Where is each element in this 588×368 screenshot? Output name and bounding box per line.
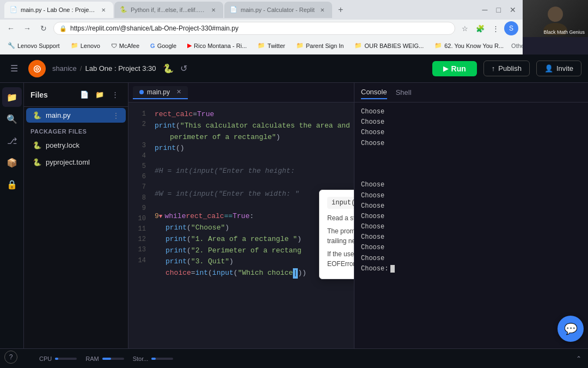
code-line-6 [155, 177, 354, 189]
console-tab-console[interactable]: Console [361, 86, 387, 99]
history-icon[interactable]: ↺ [180, 63, 187, 74]
console-line [361, 149, 581, 159]
bookmark-label: Lenovo Support [17, 43, 60, 49]
new-folder-button[interactable]: 📁 [93, 88, 106, 101]
browser-tab-0[interactable]: 📄 main.py - Lab One : Project 3:30 ✕ [4, 2, 113, 18]
editor-content[interactable]: 1 2 3 4 5 6 7 8 9 10 11 12 13 14 [128, 102, 354, 368]
file-item-pyproject-toml[interactable]: 🐍 pyproject.toml [26, 155, 126, 170]
tooltip-body: Read a string from standard input. The t… [327, 213, 354, 269]
bookmark-icon: 📁 [71, 42, 78, 49]
console-tab-shell[interactable]: Shell [396, 86, 412, 99]
bookmark-icon: G [150, 43, 155, 49]
bookmark-mcafee[interactable]: 🛡 McAfee [108, 41, 143, 50]
browser-chrome: 📄 main.py - Lab One : Project 3:30 ✕ 🐍 P… [0, 0, 523, 37]
window-controls: ─ □ ✕ [476, 0, 523, 20]
more-bookmarks-button[interactable]: Other favor [511, 43, 523, 49]
console-line: Choose [361, 138, 581, 149]
play-icon: ▶ [443, 65, 448, 73]
breadcrumb-separator: / [80, 64, 82, 73]
console-line: Choose [361, 191, 581, 201]
console-line: Choose [361, 180, 581, 190]
browser-tab-1[interactable]: 🐍 Python if, if...else, if...elif...else… [114, 2, 223, 18]
ram-indicator: RAM [85, 355, 124, 362]
minimize-button[interactable]: ─ [482, 5, 488, 14]
tooltip-desc2: The prompt string, if given, is printed … [327, 226, 354, 246]
svg-point-0 [548, 7, 563, 22]
publish-icon: ↑ [492, 64, 495, 73]
new-file-button[interactable]: 📄 [78, 88, 91, 101]
tab-favicon-1: 🐍 [120, 6, 127, 14]
tab-title-2: main.py - Calculator - Replit [241, 7, 315, 13]
console-prompt-text: Choose: [361, 264, 388, 274]
file-item-poetry-lock[interactable]: 🐍 poetry.lock [26, 138, 126, 153]
editor-tab-close[interactable]: ✕ [176, 88, 181, 95]
menu-button[interactable]: ☰ [7, 61, 22, 76]
new-tab-button[interactable]: + [333, 2, 348, 17]
replit-main: 📁 🔍 ⎇ 📦 🔒 ⚙ Files 📄 📁 ⋮ 🐍 main.py ⋮ [0, 83, 588, 368]
bookmark-lenovo[interactable]: 📁 Lenovo [68, 41, 103, 50]
url-bar[interactable]: 🔒 https://replit.com/@shanice/Lab-One-Pr… [53, 22, 455, 35]
help-button[interactable]: ? [4, 351, 17, 364]
bookmark-twitter[interactable]: 📁 Twitter [254, 41, 288, 50]
tab-close-2[interactable]: ✕ [318, 5, 327, 14]
editor-tab-main-py[interactable]: main.py ✕ [133, 86, 188, 99]
profile-icon[interactable]: S [504, 21, 518, 35]
chat-button[interactable]: 💬 [558, 316, 584, 342]
files-header: Files 📄 📁 ⋮ [24, 83, 128, 107]
bookmark-parent-sign-in[interactable]: 📁 Parent Sign In [293, 41, 347, 50]
cpu-meter [55, 358, 77, 360]
sidebar-secrets-icon[interactable]: 🔒 [2, 174, 22, 194]
invite-button[interactable]: 👤 Invite [536, 61, 581, 76]
bookmarks-bar: 🔧 Lenovo Support 📁 Lenovo 🛡 McAfee G Goo… [0, 37, 523, 55]
console-line: Choose [361, 222, 581, 232]
code-line-1: rect_calc = True [155, 109, 354, 120]
sidebar-packages-icon[interactable]: 📦 [2, 153, 22, 172]
username: shanice [52, 64, 77, 73]
tab-close-0[interactable]: ✕ [99, 5, 108, 14]
back-button[interactable]: ← [4, 22, 17, 35]
python-icon[interactable]: 🐍 [163, 63, 174, 74]
browser-toolbar-icons: ☆ 🧩 ⋮ S [458, 21, 518, 35]
ram-meter [102, 358, 124, 360]
file-more-button[interactable]: ⋮ [113, 112, 119, 119]
tab-close-1[interactable]: ✕ [209, 5, 218, 14]
maximize-button[interactable]: □ [497, 5, 501, 14]
settings-icon[interactable]: ⋮ [489, 22, 502, 35]
bottom-chevron-icon[interactable]: ⌃ [576, 355, 581, 363]
editor-tabs: main.py ✕ [128, 83, 354, 102]
forward-button[interactable]: → [21, 22, 34, 35]
tab-title-0: main.py - Lab One : Project 3:30 [21, 7, 96, 13]
line-numbers: 1 2 3 4 5 6 7 8 9 10 11 12 13 14 [128, 102, 150, 266]
bookmark-icon: 📁 [258, 42, 265, 49]
console-line: Choose [361, 117, 581, 128]
browser-tab-2[interactable]: 📄 main.py - Calculator - Replit ✕ [224, 2, 332, 18]
bookmark-62[interactable]: 📁 62. You Know You R... [431, 41, 507, 50]
file-item-main-py[interactable]: 🐍 main.py ⋮ [26, 108, 126, 123]
bookmark-babies-weight[interactable]: 📁 OUR BABIES WEIG... [351, 41, 427, 50]
files-more-button[interactable]: ⋮ [108, 88, 121, 101]
publish-button[interactable]: ↑ Publish [483, 61, 530, 76]
poetry-lock-icon: 🐍 [33, 141, 41, 149]
console-line: Choose [361, 212, 581, 222]
run-button[interactable]: ▶ Run [432, 61, 477, 76]
close-button[interactable]: ✕ [510, 5, 516, 14]
file-name-poetry-lock: poetry.lock [46, 141, 119, 149]
bookmark-star-icon[interactable]: ☆ [458, 22, 471, 35]
reload-button[interactable]: ↻ [37, 22, 50, 35]
console-line: Choose [361, 201, 581, 212]
project-name: Lab One : Project 3:30 [85, 64, 156, 73]
replit-logo[interactable]: ◎ [28, 60, 46, 77]
sidebar-search-icon[interactable]: 🔍 [2, 109, 22, 129]
storage-indicator: Stor... [133, 355, 174, 362]
bookmark-label: Lenovo [81, 43, 100, 49]
extensions-icon[interactable]: 🧩 [474, 22, 487, 35]
bookmark-google[interactable]: G Google [147, 41, 180, 50]
editor-area: main.py ✕ 1 2 3 4 5 6 7 8 9 10 11 [128, 83, 354, 368]
sidebar-git-icon[interactable]: ⎇ [2, 131, 22, 150]
bookmark-label: Twitter [267, 43, 285, 49]
bookmark-rico-montana[interactable]: ▶ Rico Montana - Ri... [184, 41, 250, 50]
bookmark-lenovo-support[interactable]: 🔧 Lenovo Support [4, 41, 63, 50]
console-line: Choose [361, 243, 581, 253]
sidebar-files-icon[interactable]: 📁 [2, 87, 22, 107]
ram-meter-fill [102, 358, 111, 360]
